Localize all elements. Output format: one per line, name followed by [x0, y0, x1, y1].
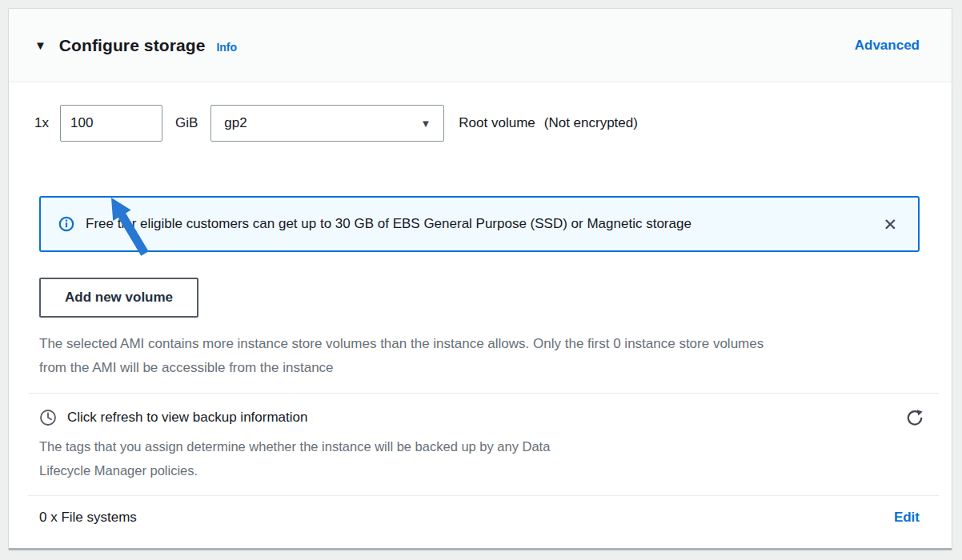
backup-description: The tags that you assign determine wheth… [39, 434, 920, 482]
ami-notice-line1: The selected AMI contains more instance … [39, 332, 920, 356]
volume-unit-label: GiB [175, 115, 198, 131]
panel-body: 1x GiB gp2 ▼ Root volume (Not encrypted)… [9, 82, 952, 539]
volume-count-label: 1x [34, 115, 49, 131]
alert-message: Free tier eligible customers can get up … [86, 216, 691, 232]
volume-size-input[interactable] [60, 105, 162, 142]
file-systems-row: 0 x File systems Edit [39, 496, 920, 539]
section-divider [28, 393, 939, 394]
collapse-caret-icon[interactable]: ▼ [34, 38, 46, 52]
free-tier-alert: Free tier eligible customers can get up … [39, 196, 920, 252]
root-volume-row: 1x GiB gp2 ▼ Root volume (Not encrypted) [34, 105, 920, 142]
backup-description-line2: Lifecycle Manager policies. [39, 458, 920, 482]
volume-type-select[interactable]: gp2 ▼ [210, 105, 444, 142]
close-icon[interactable]: ✕ [883, 216, 897, 233]
encryption-status-label: (Not encrypted) [544, 115, 638, 131]
info-link[interactable]: Info [216, 41, 237, 54]
clock-icon [39, 409, 57, 426]
backup-info-section: Click refresh to view backup information… [39, 408, 920, 482]
backup-description-line1: The tags that you assign determine wheth… [39, 434, 920, 458]
backup-title: Click refresh to view backup information [67, 410, 307, 426]
panel-header: ▼ Configure storage Info Advanced [9, 9, 952, 82]
volume-type-value: gp2 [224, 115, 247, 131]
file-systems-label: 0 x File systems [39, 510, 137, 526]
advanced-link[interactable]: Advanced [855, 38, 920, 54]
root-volume-label: Root volume [459, 115, 535, 131]
edit-file-systems-link[interactable]: Edit [894, 510, 920, 526]
ami-notice-line2: from the AMI will be accessible from the… [39, 356, 920, 380]
add-new-volume-button[interactable]: Add new volume [39, 278, 198, 318]
root-volume-description: Root volume (Not encrypted) [459, 115, 638, 131]
refresh-icon[interactable] [905, 408, 924, 427]
chevron-down-icon: ▼ [420, 118, 431, 130]
configure-storage-panel: ▼ Configure storage Info Advanced 1x GiB… [8, 8, 952, 550]
ami-instance-store-notice: The selected AMI contains more instance … [39, 332, 920, 380]
info-icon [58, 216, 74, 232]
page-title: Configure storage [59, 36, 206, 55]
